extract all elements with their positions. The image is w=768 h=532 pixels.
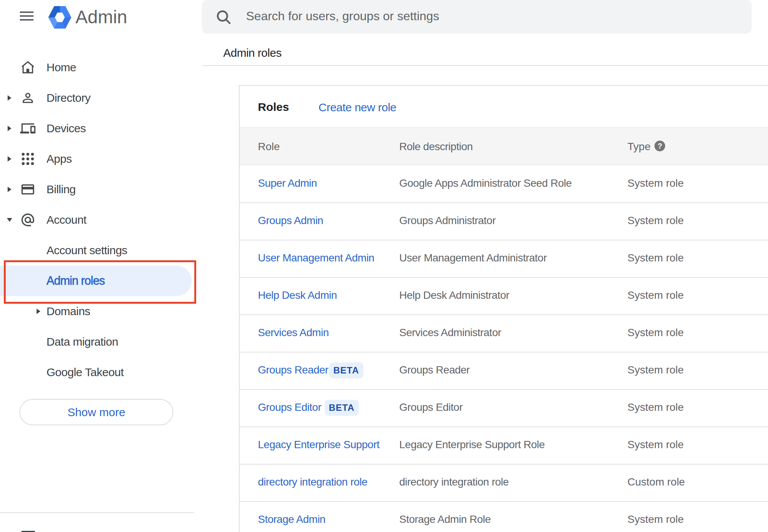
svg-text:?: ? <box>658 142 662 150</box>
